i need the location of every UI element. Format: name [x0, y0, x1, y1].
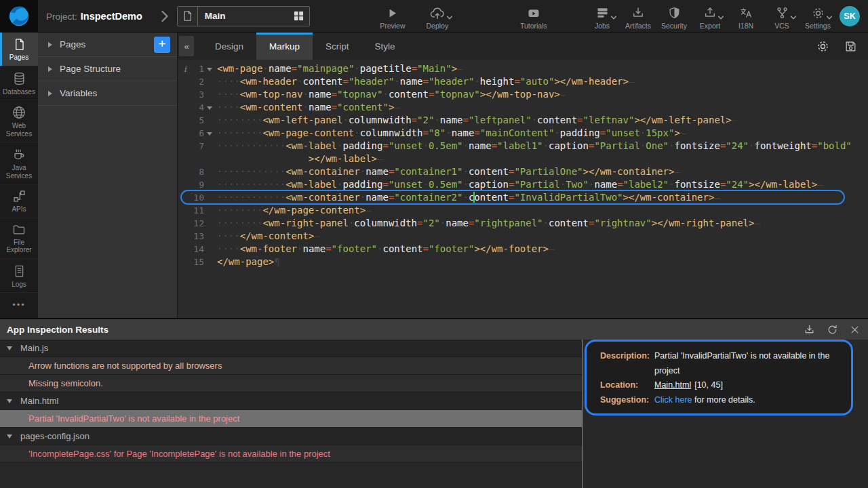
- inspection-issue[interactable]: Missing semicolon.: [0, 375, 582, 392]
- tooltip-location-value: Main.html[10, 45]: [654, 378, 840, 393]
- topbar-jobs-button[interactable]: Jobs: [587, 3, 617, 30]
- code-text: ····<wm-content·name="content">–: [217, 101, 400, 114]
- inspection-group-file: Main.html: [20, 396, 58, 406]
- app-inspection-panel: App Inspection Results Main.jsArrow func…: [0, 319, 868, 488]
- inspection-issue[interactable]: Partial 'InvalidPartialTwo' is not avail…: [0, 410, 582, 428]
- left-icon-sidebar: PagesDatabasesWeb ServicesJava ServicesA…: [0, 33, 38, 318]
- pages-icon: [13, 37, 26, 52]
- line-gutter: 14: [178, 243, 217, 256]
- line-gutter: 2: [178, 75, 217, 88]
- code-text: ············<wm-label·padding="unset·0.5…: [217, 178, 823, 191]
- line-number: 5: [191, 114, 204, 127]
- sidebar-item-file-explorer[interactable]: File Explorer: [0, 218, 38, 259]
- topbar-jobs-label: Jobs: [595, 22, 610, 30]
- topbar-vcs-button[interactable]: VCS: [767, 3, 797, 30]
- close-icon[interactable]: [850, 325, 860, 335]
- refresh-icon[interactable]: [827, 324, 838, 336]
- branch-icon: [775, 6, 789, 20]
- sidebar-item-web-services[interactable]: Web Services: [0, 100, 38, 142]
- chevron-right-icon[interactable]: [160, 9, 169, 23]
- topbar-preview-button[interactable]: Preview: [378, 3, 408, 30]
- code-text: ············<wm-label·padding="unset·0.5…: [217, 140, 852, 165]
- user-avatar[interactable]: SK: [840, 6, 860, 26]
- line-number: 2: [191, 75, 204, 88]
- code-line[interactable]: 14····<wm-footer·name="footer"·content="…: [178, 243, 868, 256]
- gear-icon[interactable]: [816, 39, 830, 54]
- tooltip-location-label: Location:: [600, 378, 654, 393]
- tooltip-description-label: Description:: [600, 349, 654, 378]
- code-line[interactable]: i1<wm-page·name="mainpage"·pagetitle="Ma…: [178, 62, 868, 75]
- line-number: 15: [191, 256, 204, 268]
- code-line[interactable]: 8············<wm-container·name="contain…: [178, 165, 868, 178]
- location-file-link[interactable]: Main.html: [654, 380, 691, 390]
- add-page-button[interactable]: +: [154, 37, 170, 53]
- code-line[interactable]: 10············<wm-container·name="contai…: [178, 191, 868, 204]
- code-line[interactable]: 9············<wm-label·padding="unset·0.…: [178, 178, 868, 191]
- fold-caret-icon[interactable]: [207, 132, 212, 136]
- sidebar-item-logs[interactable]: Logs: [0, 259, 38, 293]
- line-number: 13: [191, 230, 204, 243]
- topbar-tutorials-label: Tutorials: [520, 22, 547, 30]
- code-line[interactable]: 12········<wm-right-panel·columnwidth="2…: [178, 217, 868, 230]
- page-selector-value: Main: [198, 11, 289, 21]
- tab-script[interactable]: Script: [313, 33, 362, 60]
- sidebar-item-label: File Explorer: [1, 239, 37, 254]
- topbar-security-button[interactable]: Security: [659, 3, 689, 30]
- pages-explorer-panel: Pages+Page StructureVariables: [38, 33, 178, 318]
- inspection-issue[interactable]: Arrow functions are not supported by all…: [0, 357, 582, 375]
- click-here-link[interactable]: Click here: [654, 395, 692, 405]
- tab-design[interactable]: Design: [202, 33, 256, 60]
- topbar-settings-button[interactable]: Settings: [803, 3, 833, 30]
- code-line[interactable]: 5········<wm-left-panel·columnwidth="2"·…: [178, 114, 868, 127]
- inspection-issue[interactable]: 'IncompletePage.css' for Page 'Incomplet…: [0, 445, 582, 463]
- collapse-panel-button[interactable]: «: [179, 36, 194, 56]
- topbar-tutorials-button[interactable]: Tutorials: [519, 3, 549, 30]
- code-line[interactable]: 6········<wm-page-content·columnwidth="8…: [178, 127, 868, 140]
- sidebar-item-java-services[interactable]: Java Services: [0, 142, 38, 184]
- code-text: ····</wm-content>–: [217, 230, 320, 243]
- code-line[interactable]: 15</wm-page>¶: [178, 256, 868, 268]
- topbar-security-label: Security: [661, 22, 687, 30]
- tab-style[interactable]: Style: [362, 33, 408, 60]
- inspection-group-file: pages-config.json: [20, 431, 90, 441]
- topbar-i18n-button[interactable]: I18N: [731, 3, 761, 30]
- explorer-section-variables[interactable]: Variables: [38, 81, 177, 106]
- fold-caret-icon[interactable]: [207, 106, 212, 110]
- code-line[interactable]: 2····<wm-header·content="header"·name="h…: [178, 75, 868, 88]
- sidebar-item-label: Java Services: [1, 164, 37, 180]
- chevron-down-icon: [717, 15, 724, 20]
- markup-code-editor[interactable]: i1<wm-page·name="mainpage"·pagetitle="Ma…: [178, 60, 868, 318]
- code-text: </wm-page>¶: [217, 256, 280, 268]
- inspection-group-header[interactable]: Main.js: [0, 340, 582, 357]
- topbar-artifacts-button[interactable]: Artifacts: [623, 3, 653, 30]
- project-name: Project:InspectDemo: [46, 11, 142, 22]
- explorer-section-page-structure[interactable]: Page Structure: [38, 57, 177, 81]
- sidebar-more-button[interactable]: •••: [0, 300, 38, 310]
- save-icon[interactable]: [844, 40, 857, 53]
- topbar-deploy-button[interactable]: Deploy: [422, 3, 452, 30]
- shield-icon: [668, 6, 681, 20]
- code-line[interactable]: 3····<wm-top-nav·name="topnav"·content="…: [178, 88, 868, 101]
- wavemaker-logo[interactable]: [0, 0, 38, 32]
- sidebar-item-databases[interactable]: Databases: [0, 66, 38, 101]
- sidebar-item-pages[interactable]: Pages: [0, 33, 38, 66]
- inspection-group-header[interactable]: Main.html: [0, 392, 582, 410]
- api-icon: [12, 189, 26, 203]
- line-number: 14: [191, 243, 204, 256]
- tab-markup[interactable]: Markup: [256, 33, 313, 60]
- fold-caret-icon[interactable]: [207, 68, 212, 71]
- code-text: ····<wm-footer·name="footer"·content="fo…: [217, 243, 554, 256]
- code-line[interactable]: 13····</wm-content>–: [178, 230, 868, 243]
- download-icon[interactable]: [804, 324, 815, 336]
- wavemaker-studio: Project:InspectDemo Main PreviewDeployTu…: [0, 0, 868, 488]
- grid-view-icon[interactable]: [289, 11, 309, 21]
- sidebar-item-apis[interactable]: APIs: [0, 184, 38, 218]
- code-text: ············<wm-container·name="containe…: [217, 191, 720, 204]
- topbar-export-button[interactable]: Export: [695, 3, 725, 30]
- code-line[interactable]: 7············<wm-label·padding="unset·0.…: [178, 140, 868, 165]
- explorer-section-pages[interactable]: Pages+: [38, 33, 177, 57]
- page-selector[interactable]: Main: [177, 6, 310, 26]
- inspection-group-header[interactable]: pages-config.json: [0, 428, 582, 445]
- code-line[interactable]: 4····<wm-content·name="content">–: [178, 101, 868, 114]
- code-line[interactable]: 11········</wm-page-content>–: [178, 204, 868, 217]
